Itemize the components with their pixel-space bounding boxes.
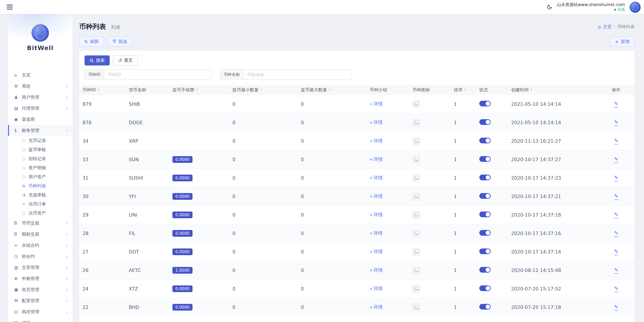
detail-link[interactable]: »详情 [370,156,383,162]
column-header[interactable]: 提币最大数量↑ [298,85,366,95]
detail-link[interactable]: »详情 [370,304,383,309]
add-button[interactable]: + 新增 [610,37,634,47]
edit-button[interactable]: ✎ [614,193,618,200]
status-toggle[interactable] [479,193,491,199]
sort-asc-icon: ↑ [530,88,533,92]
menu-toggle-icon[interactable] [7,5,13,10]
sidebar-item[interactable]: ○ 提币审核 [8,145,72,154]
sidebar-item[interactable]: ▣ 首页管理 [8,284,72,295]
detail-link[interactable]: »详情 [370,193,383,199]
edit-button[interactable]: ✎ [614,138,618,144]
status-toggle[interactable] [479,101,491,106]
sidebar-item[interactable]: ∞ 永续合约 [8,240,72,251]
status-toggle[interactable] [479,138,491,143]
column-header[interactable]: 操作↑ [598,85,634,95]
cell-created-time: 2020-10-17 14:37:27 [508,150,598,169]
sidebar-item[interactable]: ⚒ 配置管理 [8,295,72,306]
column-header[interactable]: 排序↑ [450,85,476,95]
sidebar-item[interactable]: ◎ 风控管理 [8,306,72,317]
sidebar-item[interactable]: ▥ 文章管理 [8,262,72,273]
table-header-row: 币种ID↑ 货币名称↑ 提币手续费↑ 提币最小 [79,85,634,95]
cell-coin-id: 33 [79,150,126,169]
status-toggle[interactable] [479,248,491,254]
fee-badge: 0.0000 [172,304,192,311]
column-header[interactable]: 币种ID↑ [79,85,126,95]
sidebar-item[interactable]: ⚒ 矿机 [8,317,72,322]
breadcrumb-home[interactable]: 主页 [603,24,612,30]
detail-link[interactable]: »详情 [370,175,383,180]
detail-label: 详情 [373,286,383,291]
double-chevron-icon: » [370,249,372,254]
sidebar-item-label: 充币记录 [28,138,46,144]
sidebar-item[interactable]: ⊕ 申购管理 [8,273,72,284]
detail-link[interactable]: »详情 [370,212,383,217]
status-toggle[interactable] [479,230,491,236]
sidebar-item-icon: ▥ [14,265,22,270]
detail-link[interactable]: »详情 [370,101,383,106]
sidebar-item[interactable]: $ 财务管理 [8,125,72,136]
sidebar-item[interactable]: ○ 用户资产 [8,172,72,181]
detail-link[interactable]: »详情 [370,138,383,143]
column-header[interactable]: 币种图标↑ [409,85,450,95]
dark-mode-toggle[interactable] [547,4,552,10]
online-status: 在线 [557,8,625,12]
detail-link[interactable]: »详情 [370,267,383,273]
detail-link[interactable]: »详情 [370,286,383,291]
sidebar-item[interactable]: ♟ 用户管理 [8,92,72,103]
column-header[interactable]: 提币手续费↑ [169,85,229,95]
coin-id-input[interactable] [104,70,212,80]
sidebar-item[interactable]: ○ 法币资产 [8,208,72,218]
sidebar-item[interactable]: ◑ 充值审核 [8,190,72,199]
status-toggle[interactable] [479,285,491,291]
sidebar-item[interactable]: ◷ 秒合约 [8,251,72,262]
status-toggle[interactable] [479,267,491,273]
edit-button[interactable]: ✎ [614,230,618,237]
sidebar-item[interactable]: ≡ 法币订单 [8,199,72,208]
refresh-button[interactable]: ↻ 刷新 [79,37,104,47]
status-toggle[interactable] [479,156,491,162]
edit-button[interactable]: ✎ [614,267,618,274]
status-toggle[interactable] [479,304,491,309]
status-toggle[interactable] [479,175,491,180]
filter-button[interactable]: 筛选 [107,37,132,47]
edit-button[interactable]: ✎ [614,156,618,163]
sidebar-item-icon: ♟ [14,95,22,100]
sidebar-item[interactable]: ◎ 币种列表 [8,181,72,190]
detail-link[interactable]: »详情 [370,249,383,254]
edit-button[interactable]: ✎ [614,101,618,107]
sidebar-item[interactable]: B 币币交易 [8,218,72,229]
sidebar-item[interactable]: ○ 划转记录 [8,154,72,163]
column-header[interactable]: 货币名称↑ [126,85,169,95]
sidebar-item[interactable]: ▤ 代理管理 [8,103,72,114]
edit-button[interactable]: ✎ [614,304,618,310]
reset-button[interactable]: ↺ 重置 [113,55,138,66]
cell-created-time: 2020-08-12 14:15:48 [508,261,598,279]
cell-min-amount: 0 [229,206,298,224]
status-toggle[interactable] [479,211,491,217]
cell-sort-order: 1 [450,261,476,279]
edit-button[interactable]: ✎ [614,175,618,181]
sidebar-item[interactable]: ⌂ 主页 [8,70,72,81]
cell-max-amount: 0 [298,206,366,224]
column-header[interactable]: 状态↑ [476,85,508,95]
detail-link[interactable]: »详情 [370,230,383,236]
sidebar-item-label: 秒合约 [22,253,35,259]
sidebar-item[interactable]: ○ 充币记录 [8,136,72,145]
sidebar-item[interactable]: ◉ 渠道商 [8,114,72,125]
sidebar-item[interactable]: ⚙ 系统 [8,81,72,92]
coin-name-input[interactable] [243,70,351,80]
status-toggle[interactable] [479,119,491,125]
column-header[interactable]: 提币最小数量↑ [229,85,298,95]
detail-link[interactable]: »详情 [370,120,383,125]
cell-coin-icon [409,261,450,279]
edit-button[interactable]: ✎ [614,119,618,126]
sidebar-item[interactable]: ○ 资产明细 [8,163,72,172]
search-button[interactable]: 搜索 [84,55,110,66]
edit-button[interactable]: ✎ [614,248,618,255]
sidebar-item[interactable]: B 期权交易 [8,229,72,240]
edit-button[interactable]: ✎ [614,211,618,218]
edit-button[interactable]: ✎ [614,285,618,292]
column-header[interactable]: 币种介绍↑ [366,85,409,95]
column-header[interactable]: 创建时间↑ [508,85,598,95]
avatar[interactable] [630,2,641,13]
